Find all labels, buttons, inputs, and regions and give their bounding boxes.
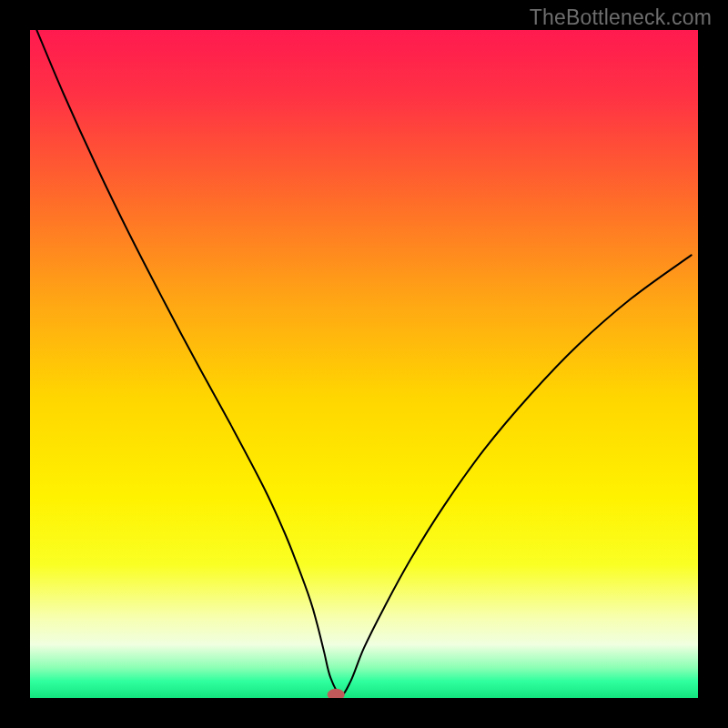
- plot-area: [30, 30, 698, 698]
- watermark-text: TheBottleneck.com: [530, 5, 712, 30]
- chart-frame: TheBottleneck.com: [0, 0, 728, 728]
- gradient-background: [30, 30, 698, 698]
- chart-svg: [30, 30, 698, 698]
